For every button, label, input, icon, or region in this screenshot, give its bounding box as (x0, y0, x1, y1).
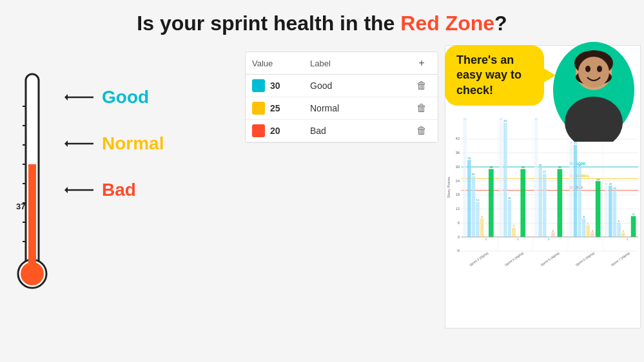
svg-rect-124 (631, 216, 636, 236)
color-swatch-bad (252, 124, 265, 137)
svg-text:44: 44 (463, 117, 467, 120)
add-row-button[interactable]: + (412, 57, 431, 69)
svg-text:27: 27 (543, 170, 546, 173)
svg-rect-56 (463, 120, 466, 237)
table-header: Value Label + (246, 52, 438, 75)
svg-rect-88 (543, 174, 546, 237)
svg-rect-58 (467, 160, 471, 237)
svg-rect-73 (503, 123, 507, 237)
svg-text:29: 29 (489, 166, 493, 169)
svg-text:0: 0 (458, 235, 460, 239)
col-value-header: Value (252, 59, 310, 68)
svg-text:12: 12 (456, 207, 460, 211)
svg-text:35: 35 (569, 141, 572, 144)
svg-text:30: 30 (578, 164, 581, 167)
label-good-item: Good (64, 87, 164, 108)
avatar (551, 39, 638, 142)
col-label-header: Label (310, 59, 412, 68)
svg-text:40: 40 (503, 119, 507, 122)
svg-rect-112 (605, 186, 608, 237)
svg-rect-114 (609, 186, 612, 237)
label-cell-good[interactable]: Good (310, 81, 412, 91)
label-bad-text: Bad (102, 180, 136, 200)
value-cell-good: 30 (252, 79, 310, 92)
table-row: 30 Good 🗑 (246, 75, 438, 97)
avatar-area (551, 39, 641, 142)
svg-rect-107 (590, 233, 594, 237)
svg-point-25 (597, 66, 602, 72)
delete-normal-button[interactable]: 🗑 (412, 102, 431, 114)
chart-section: There's an easy way to check! (445, 42, 644, 357)
svg-text:35: 35 (574, 141, 577, 144)
title-text-start: Is your sprint health in the (137, 12, 400, 35)
svg-rect-92 (551, 233, 554, 237)
value-input-good[interactable]: 30 (270, 81, 280, 91)
color-swatch-good (252, 79, 265, 92)
svg-rect-64 (480, 218, 483, 237)
svg-rect-116 (613, 190, 616, 236)
value-cell-bad: 20 (252, 124, 310, 137)
svg-rect-60 (472, 176, 475, 236)
svg-rect-103 (582, 218, 585, 237)
svg-rect-118 (617, 223, 620, 237)
svg-text:44: 44 (534, 117, 538, 120)
svg-rect-77 (512, 228, 515, 237)
title-text-end: ? (494, 12, 507, 35)
arrow-bad-icon (64, 182, 97, 198)
svg-rect-86 (538, 167, 542, 237)
svg-text:36: 36 (456, 151, 460, 155)
delete-good-button[interactable]: 🗑 (412, 80, 431, 91)
left-section: 37 Good Normal (0, 42, 239, 357)
svg-rect-62 (476, 202, 479, 237)
value-input-bad[interactable]: 20 (270, 126, 280, 136)
svg-text:29: 29 (522, 166, 525, 169)
color-swatch-normal (252, 102, 265, 115)
thermometer: 37 (6, 55, 58, 312)
label-normal-item: Normal (64, 133, 164, 154)
y-axis-label: Story Points (447, 177, 451, 198)
svg-rect-68 (489, 169, 494, 236)
svg-text:33: 33 (467, 157, 471, 160)
svg-point-24 (585, 66, 590, 72)
value-table: Value Label + 30 Good 🗑 25 Normal (245, 52, 438, 143)
svg-marker-16 (64, 140, 68, 147)
labels-section: Good Normal Bad (58, 48, 164, 200)
delete-bad-button[interactable]: 🗑 (412, 125, 431, 137)
svg-text:42: 42 (456, 137, 460, 140)
svg-text:-6: -6 (456, 249, 460, 252)
svg-rect-109 (596, 181, 601, 237)
svg-text:24: 24 (456, 179, 460, 183)
middle-section: Value Label + 30 Good 🗑 25 Normal (239, 42, 445, 357)
label-cell-normal[interactable]: Normal (310, 103, 412, 113)
svg-text:44: 44 (500, 117, 503, 120)
label-normal-text: Normal (102, 133, 164, 154)
title-red-zone: Red Zone (400, 12, 494, 35)
value-input-normal[interactable]: 25 (270, 103, 280, 113)
svg-text:29: 29 (558, 166, 561, 169)
svg-rect-94 (558, 169, 563, 236)
label-cell-bad[interactable]: Bad (310, 126, 412, 136)
svg-rect-3 (28, 164, 36, 274)
svg-text:30: 30 (539, 164, 542, 167)
svg-rect-99 (574, 145, 577, 237)
svg-text:24: 24 (596, 178, 600, 181)
svg-rect-97 (569, 145, 572, 237)
svg-text:20: 20 (613, 187, 616, 190)
svg-text:15: 15 (476, 198, 480, 202)
arrow-good-icon (64, 90, 97, 105)
label-bad-item: Bad (64, 180, 164, 200)
label-good-text: Good (102, 87, 149, 108)
page-title: Is your sprint health in the Red Zone? (0, 0, 644, 42)
svg-text:30: 30 (456, 165, 460, 169)
svg-text:16: 16 (508, 196, 511, 200)
svg-text:22: 22 (609, 182, 612, 186)
arrow-normal-icon (64, 136, 97, 151)
speech-bubble: There's an easy way to check! (445, 45, 544, 106)
svg-rect-71 (499, 120, 502, 237)
svg-text:6: 6 (458, 221, 460, 225)
svg-rect-105 (587, 225, 590, 237)
svg-rect-81 (520, 169, 525, 236)
svg-text:22: 22 (605, 182, 608, 186)
svg-text:26: 26 (472, 173, 475, 176)
speech-bubble-text: There's an easy way to check! (456, 53, 522, 97)
